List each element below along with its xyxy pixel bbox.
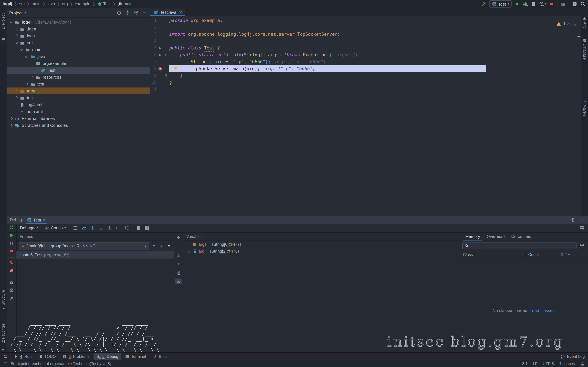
step-over-button[interactable] xyxy=(80,225,88,232)
tree-item-java[interactable]: java xyxy=(7,53,150,60)
gear-icon[interactable] xyxy=(579,243,585,248)
hide-icon[interactable] xyxy=(142,10,147,15)
tree-item-resources[interactable]: resources xyxy=(7,74,150,81)
tree-item-log4j[interactable]: log4j~/d4m1ts/java/log4j xyxy=(7,19,150,25)
status-4-spaces[interactable]: 4 spaces xyxy=(559,361,575,366)
stripe-favorites[interactable]: 2: Favorites xyxy=(1,323,5,343)
gutter[interactable] xyxy=(156,45,164,51)
breadcrumb-item-org[interactable]: org xyxy=(62,2,68,6)
debug-icon[interactable] xyxy=(523,1,528,7)
project-view-title[interactable]: Project xyxy=(9,10,23,15)
stripe-structure[interactable]: 7: Structure xyxy=(1,290,5,309)
close-icon[interactable]: ✕ xyxy=(179,10,182,15)
tab-memory[interactable]: Memory xyxy=(462,232,483,241)
toolwindow-5--debug[interactable]: 5: Debug xyxy=(94,353,121,360)
down-arrow-icon[interactable] xyxy=(159,244,164,248)
frame-row[interactable]: main:8, Test(org.example) xyxy=(17,251,174,259)
pin-button[interactable] xyxy=(9,296,14,301)
tree-item-external-libraries[interactable]: External Libraries xyxy=(7,115,150,122)
build-icon[interactable] xyxy=(481,1,486,7)
run-icon[interactable] xyxy=(158,53,162,57)
rerun-button[interactable] xyxy=(9,225,14,231)
run-config-selector[interactable]: Test▾ xyxy=(489,0,512,8)
evaluate-button[interactable] xyxy=(135,225,143,232)
stripe-project[interactable]: 1: Project xyxy=(1,13,5,29)
run-to-cursor-button[interactable] xyxy=(123,225,130,232)
step-out-button[interactable] xyxy=(106,225,113,232)
breadcrumb-item-main[interactable]: mmain xyxy=(118,2,132,6)
tab-overhead[interactable]: Overhead xyxy=(484,232,508,241)
load-classes-link[interactable]: Load classes xyxy=(530,308,555,313)
breadcrumb-item-example[interactable]: example xyxy=(75,2,90,6)
stripe-maven[interactable]: Maven xyxy=(583,105,587,116)
toolwindow-todo[interactable]: TODO xyxy=(36,353,58,360)
tree-item-test[interactable]: CTest xyxy=(7,67,150,74)
view-breakpoints-button[interactable] xyxy=(9,260,14,266)
run-anything-icon[interactable] xyxy=(572,1,577,7)
tree-item-pom-xml[interactable]: mpom.xml xyxy=(7,108,150,115)
toolwindow-4--run[interactable]: 4: Run xyxy=(11,353,34,360)
breadcrumb-item-log4j[interactable]: log4j xyxy=(3,2,12,6)
event-log-button[interactable]: Event Log xyxy=(561,354,585,359)
variable-row-arg[interactable]: 123arg= {String[2]@478} xyxy=(183,248,459,255)
thread-selector[interactable]: ✓ "main"@1 in group "main": RUNNING ▾ xyxy=(19,242,149,250)
variable-row-args[interactable]: pargs= {String[0]@477} xyxy=(183,241,459,248)
breakpoint-icon[interactable] xyxy=(158,66,162,71)
move-up-button[interactable]: ▲ xyxy=(175,252,182,258)
project-structure-icon[interactable] xyxy=(561,1,566,7)
column-count[interactable]: Count xyxy=(525,252,558,257)
breakpoint-gutter[interactable] xyxy=(156,65,164,72)
tool-windows-icon[interactable] xyxy=(3,354,8,359)
tree-item-log4j-iml[interactable]: log4j.iml xyxy=(7,101,150,108)
resume-button[interactable] xyxy=(9,233,14,239)
tree-item-target[interactable]: target xyxy=(7,87,150,94)
breadcrumb-item-java[interactable]: java xyxy=(47,2,55,6)
tree-item-test[interactable]: test xyxy=(7,94,150,101)
stop-icon[interactable] xyxy=(549,1,554,7)
breadcrumb-item-src[interactable]: src xyxy=(19,2,25,6)
locate-icon[interactable] xyxy=(116,10,122,15)
remove-watch-button[interactable]: − xyxy=(175,243,182,249)
drop-frame-button[interactable] xyxy=(114,225,122,232)
close-icon[interactable]: ✕ xyxy=(43,218,46,222)
status-utf-8[interactable]: UTF-8 xyxy=(543,361,554,366)
thread-dump-button[interactable] xyxy=(9,280,14,286)
profiler-button[interactable]: ▾ xyxy=(539,1,546,7)
show-execution-point-button[interactable] xyxy=(71,225,79,232)
search-icon[interactable] xyxy=(580,1,585,7)
lock-open-icon[interactable] xyxy=(580,361,585,366)
next-warning-icon[interactable] xyxy=(572,22,576,26)
breadcrumb-item-test[interactable]: CTest xyxy=(97,2,111,6)
mute-breakpoints-button[interactable] xyxy=(9,268,14,274)
add-watch-button[interactable]: + xyxy=(175,234,182,240)
gutter[interactable] xyxy=(156,51,164,58)
debug-tab-test[interactable]: Test ✕ xyxy=(26,216,47,224)
breadcrumb-item-main[interactable]: main xyxy=(32,2,41,6)
tree-item--idea[interactable]: .idea xyxy=(7,25,150,33)
coverage-icon[interactable] xyxy=(531,1,536,7)
step-into-button[interactable] xyxy=(89,225,96,232)
memory-search-input[interactable] xyxy=(462,242,577,249)
tree-item-org-example[interactable]: org.example xyxy=(7,60,150,67)
tree-item-src[interactable]: src xyxy=(7,39,150,46)
tree-item-main[interactable]: main xyxy=(7,46,150,53)
tree-item-test[interactable]: test xyxy=(7,81,150,87)
up-arrow-icon[interactable] xyxy=(152,244,156,248)
status-8-1[interactable]: 8:1 xyxy=(522,361,528,366)
tab-console[interactable]: Console xyxy=(42,224,69,232)
inspection-widget[interactable]: 1 xyxy=(556,20,576,27)
stop-button[interactable] xyxy=(9,249,14,254)
settings-icon[interactable] xyxy=(570,217,575,223)
pause-button[interactable] xyxy=(9,241,14,246)
status-lf[interactable]: LF xyxy=(533,361,537,366)
toolwindow-6--problems[interactable]: 6: Problems xyxy=(60,353,92,360)
tab-test-java[interactable]: C Test.java ✕ xyxy=(150,8,186,16)
filter-icon[interactable] xyxy=(167,244,171,248)
settings-button[interactable] xyxy=(9,288,14,294)
hide-icon[interactable] xyxy=(579,217,585,223)
prev-warning-icon[interactable] xyxy=(568,23,571,26)
editor-area[interactable]: C Test.java ✕ 1 1package org.example;23i… xyxy=(150,8,581,216)
tree-item-scratches-and-consoles[interactable]: Scratches and Consoles xyxy=(7,122,150,129)
copy-button[interactable] xyxy=(175,270,182,275)
code-editor[interactable]: 1 1package org.example;23import org.apac… xyxy=(150,17,581,209)
